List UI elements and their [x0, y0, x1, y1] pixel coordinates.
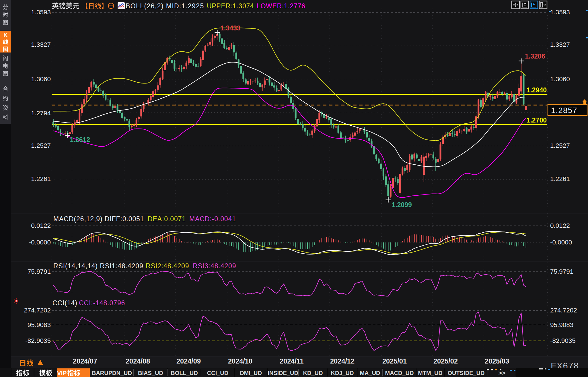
svg-text:-0.0000: -0.0000: [29, 239, 51, 246]
svg-text:2025/02: 2025/02: [433, 357, 458, 365]
svg-text:95.9083: 95.9083: [28, 321, 51, 329]
svg-text:1.3060: 1.3060: [550, 75, 570, 83]
svg-text:95.9083: 95.9083: [550, 321, 573, 329]
svg-text:1.2527: 1.2527: [550, 142, 570, 149]
svg-text:-82.9035: -82.9035: [25, 337, 51, 344]
svg-text:75.9791: 75.9791: [550, 268, 573, 275]
svg-text:75.9791: 75.9791: [28, 268, 51, 275]
svg-text:274.7202: 274.7202: [24, 307, 51, 314]
svg-text:RSI2:48.4209: RSI2:48.4209: [146, 262, 189, 270]
svg-text:-0.0000: -0.0000: [550, 239, 572, 246]
svg-text:KD_UD: KD_UD: [303, 370, 323, 376]
svg-text:1.2261: 1.2261: [550, 175, 570, 182]
svg-text:CCI_UD: CCI_UD: [207, 370, 228, 376]
svg-text:2024/10: 2024/10: [228, 357, 252, 365]
svg-text:>>: >>: [499, 370, 506, 376]
svg-text:-82.9035: -82.9035: [550, 337, 576, 344]
svg-text:1.3327: 1.3327: [31, 41, 51, 48]
svg-text:2024/12: 2024/12: [330, 357, 355, 365]
svg-text:1.2940: 1.2940: [527, 86, 547, 94]
svg-text:LOWER:1.2776: LOWER:1.2776: [257, 2, 305, 10]
svg-text:0.0122: 0.0122: [550, 222, 570, 229]
svg-text:MA_UD: MA_UD: [360, 370, 380, 376]
svg-text:RSI(14,14,14) RSI1:48.4209: RSI(14,14,14) RSI1:48.4209: [53, 262, 143, 270]
svg-text:1.3206: 1.3206: [525, 53, 545, 60]
svg-text:BOLL_UD: BOLL_UD: [171, 370, 198, 376]
svg-text:DMI_UD: DMI_UD: [240, 370, 262, 376]
svg-text:MACD:-0.0041: MACD:-0.0041: [189, 215, 236, 223]
svg-text:MTM_UD: MTM_UD: [418, 370, 443, 376]
svg-text:RSI3:48.4209: RSI3:48.4209: [193, 262, 236, 270]
svg-text:1.2794: 1.2794: [31, 110, 51, 117]
svg-text:2024/09: 2024/09: [176, 357, 201, 365]
svg-text:1.2612: 1.2612: [70, 136, 90, 143]
svg-text:2025/03: 2025/03: [485, 357, 509, 365]
svg-text:2025/01: 2025/01: [382, 357, 407, 365]
svg-text:BARUPDN_UD: BARUPDN_UD: [92, 370, 132, 376]
svg-text:KDJ_UD: KDJ_UD: [331, 370, 354, 376]
svg-text:1.3327: 1.3327: [550, 41, 570, 48]
svg-text:1.3433: 1.3433: [220, 24, 240, 32]
svg-text:1.3593: 1.3593: [550, 9, 570, 16]
svg-text:DEA:0.0071: DEA:0.0071: [148, 215, 186, 223]
svg-text:CCI(14): CCI(14): [52, 299, 77, 307]
svg-text:1.2099: 1.2099: [392, 201, 412, 209]
svg-text:MACD(26,12,9) DIFF:0.0051: MACD(26,12,9) DIFF:0.0051: [53, 215, 144, 223]
svg-text:0.0122: 0.0122: [31, 222, 51, 229]
svg-text:2024/08: 2024/08: [126, 357, 150, 365]
svg-text:274.7202: 274.7202: [550, 307, 577, 314]
svg-text:2024/11: 2024/11: [280, 357, 304, 365]
svg-text:1.2527: 1.2527: [31, 142, 51, 149]
svg-text:1.2261: 1.2261: [31, 175, 51, 182]
svg-text:BIAS_UD: BIAS_UD: [138, 370, 163, 376]
svg-text:1.3593: 1.3593: [31, 9, 51, 16]
svg-text:CCI:-148.0796: CCI:-148.0796: [79, 299, 125, 307]
svg-text:1.2700: 1.2700: [527, 116, 547, 124]
svg-text:2024/07: 2024/07: [73, 357, 97, 365]
svg-text:UPPER:1.3074: UPPER:1.3074: [207, 2, 254, 10]
svg-text:K: K: [3, 32, 7, 38]
svg-text:MACD_UD: MACD_UD: [385, 370, 414, 376]
svg-text:VIP: VIP: [57, 370, 67, 376]
svg-text:1.3060: 1.3060: [31, 75, 51, 83]
svg-text:BOLL(26,2) MID:1.2925: BOLL(26,2) MID:1.2925: [126, 2, 204, 10]
svg-text:INSIDE_UD: INSIDE_UD: [268, 370, 298, 376]
svg-text:OUTSIDE_UD: OUTSIDE_UD: [448, 370, 485, 376]
svg-text:1.2857: 1.2857: [551, 106, 577, 115]
